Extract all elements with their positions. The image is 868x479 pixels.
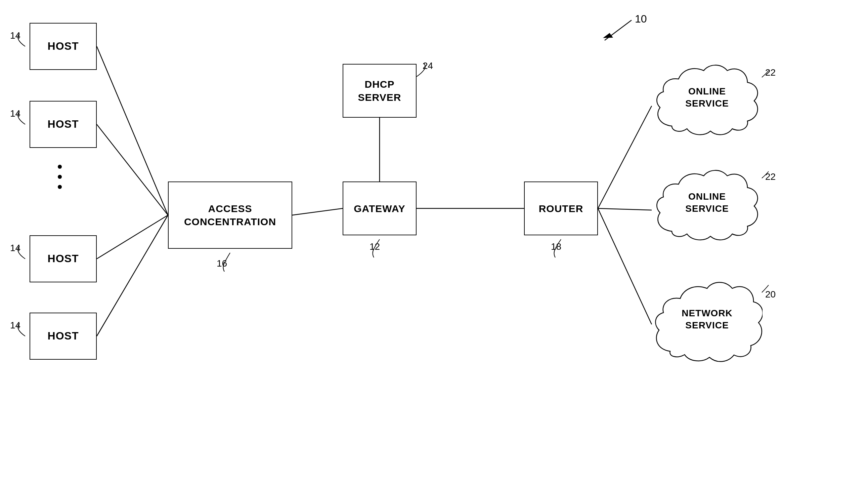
online2-ref: 22: [765, 172, 776, 182]
host3-label: HOST: [48, 252, 79, 266]
host1-box: HOST: [30, 23, 97, 70]
router-box: ROUTER: [524, 181, 598, 235]
online-service-2-cloud: ONLINESERVICE: [652, 157, 763, 248]
svg-line-6: [97, 215, 168, 336]
host1-ref: 14: [10, 30, 21, 41]
router-ref: 18: [551, 241, 561, 252]
dot2: [58, 175, 62, 179]
svg-line-4: [97, 124, 168, 215]
diagram: 10 HOST 14 HOST 14 HOST 14 HOST 14 ACCES…: [0, 0, 868, 479]
host4-ref: 14: [10, 320, 21, 331]
host3-box: HOST: [30, 235, 97, 282]
host2-box: HOST: [30, 101, 97, 148]
svg-line-2: [604, 20, 631, 40]
online-service-2-label: ONLINESERVICE: [685, 190, 728, 215]
network-service-label: NETWORKSERVICE: [682, 307, 733, 332]
svg-line-3: [97, 47, 168, 215]
host4-label: HOST: [48, 329, 79, 343]
host2-label: HOST: [48, 117, 79, 131]
online1-ref: 22: [765, 67, 776, 78]
online-service-1-label: ONLINESERVICE: [685, 85, 728, 110]
ref-10: 10: [635, 13, 647, 25]
gateway-box: GATEWAY: [343, 181, 416, 235]
host4-box: HOST: [30, 312, 97, 360]
svg-line-12: [598, 208, 652, 324]
gateway-label: GATEWAY: [354, 202, 405, 215]
access-concentration-box: ACCESSCONCENTRATION: [168, 181, 292, 249]
dhcp-server-box: DHCPSERVER: [343, 64, 416, 118]
host2-ref: 14: [10, 108, 21, 119]
network-service-cloud: NETWORKSERVICE: [652, 269, 763, 370]
svg-line-10: [598, 106, 652, 208]
dot1: [58, 165, 62, 169]
dhcp-label: DHCPSERVER: [358, 78, 401, 104]
svg-line-11: [598, 208, 652, 210]
network-ref: 20: [765, 289, 776, 300]
dot3: [58, 185, 62, 189]
host1-label: HOST: [48, 39, 79, 54]
ellipsis-dots: [58, 165, 62, 189]
dhcp-ref: 24: [423, 60, 433, 71]
svg-line-5: [97, 215, 168, 259]
router-label: ROUTER: [539, 202, 584, 215]
access-ref: 16: [217, 258, 227, 269]
svg-line-7: [292, 208, 343, 215]
gateway-ref: 12: [370, 241, 380, 252]
access-label: ACCESSCONCENTRATION: [184, 202, 276, 228]
host3-ref: 14: [10, 243, 21, 253]
online-service-1-cloud: ONLINESERVICE: [652, 52, 763, 143]
